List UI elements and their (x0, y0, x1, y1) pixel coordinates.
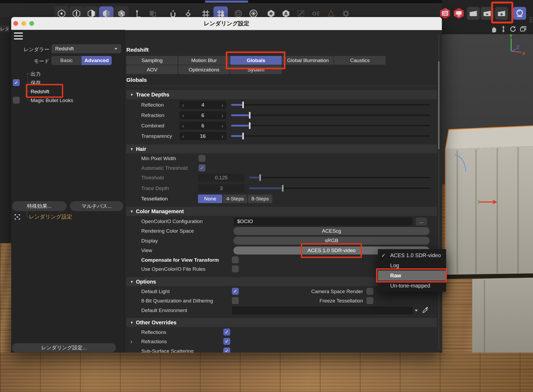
mode-toggle: Basic Advanced (51, 56, 112, 65)
refraction-slider[interactable] (231, 111, 430, 119)
ocio-input[interactable]: $OCIO (233, 217, 413, 225)
combined-label: Combined (141, 121, 164, 131)
svg-text:RV: RV (443, 12, 447, 15)
effects-button[interactable]: 特殊効果... (12, 201, 67, 211)
renderball-icon[interactable] (513, 7, 526, 20)
threshold-slider[interactable] (249, 173, 430, 182)
sss-checkbox[interactable]: ✓ (223, 347, 230, 353)
refraction-spinner[interactable]: ‹6› (179, 111, 226, 119)
render-clapperboard-icon[interactable] (467, 7, 480, 20)
tree-item-magic-bullet[interactable]: Magic Bullet Looks (31, 96, 73, 105)
chevron-down-icon[interactable] (415, 310, 418, 312)
tree-item-output[interactable]: 出力 (31, 70, 41, 78)
rendering-color-space-select[interactable]: ACEScg (233, 227, 430, 235)
hair-trace-depth-value[interactable]: 3 (198, 184, 245, 192)
ocio-browse-button[interactable]: ... (416, 217, 427, 225)
disclosure-icon: ▼ (130, 209, 134, 213)
tree-item-redshift[interactable]: Redshift (31, 87, 49, 96)
render-settings-icon[interactable] (495, 7, 508, 20)
default-light-checkbox[interactable]: ✓ (232, 288, 239, 295)
viewport-layout-icon[interactable] (519, 25, 528, 34)
mode-basic-button[interactable]: Basic (51, 56, 82, 65)
page-title: Globals (126, 77, 147, 83)
section-other-overrides[interactable]: ▼ Other Overrides (126, 318, 437, 327)
min-pixel-width-label: Min Pixel Width (141, 153, 176, 163)
automatic-threshold-label: Automatic Threshold (141, 163, 188, 173)
rendering-color-space-label: Rendering Color Space (141, 226, 194, 236)
hair-trace-depth-slider[interactable] (249, 184, 430, 192)
display-select[interactable]: sRGB (233, 237, 430, 245)
freeze-tessellation-checkbox[interactable]: ✓ (366, 297, 373, 304)
magic-bullet-checkbox[interactable]: ✓ (13, 97, 20, 104)
threshold-label: Threshold (141, 173, 164, 183)
render-settings-button[interactable]: レンダリング設定... (12, 343, 116, 352)
tessellation-8steps-button[interactable]: 8-Steps (248, 195, 272, 203)
min-pixel-width-checkbox[interactable]: ✓ (199, 155, 205, 162)
tab-globals[interactable]: Globals (230, 56, 282, 65)
transparency-slider[interactable] (231, 132, 430, 140)
dialog-titlebar[interactable]: レンダリング設定 (11, 17, 442, 30)
left-panel-tab[interactable]: レタ (0, 25, 10, 33)
axis-y-label: Y (510, 34, 512, 38)
quantization-checkbox[interactable]: ✓ (232, 297, 239, 304)
tree-item-save[interactable]: 保存 (31, 78, 41, 87)
file-rules-checkbox[interactable]: ✓ (232, 265, 239, 272)
increment-icon: › (221, 102, 223, 108)
section-color-management[interactable]: ▼ Color Management (126, 207, 437, 216)
compensate-checkbox[interactable]: ✓ (232, 256, 239, 263)
menu-item-untonemapped[interactable]: Un-tone-mapped (378, 281, 446, 291)
tab-optimizations[interactable]: Optimizations (178, 65, 230, 74)
eyedropper-icon[interactable] (422, 306, 430, 314)
scrollbar-thumb[interactable] (438, 61, 439, 149)
menu-item-aces[interactable]: ✓ ACES 1.0 SDR-video (378, 250, 446, 260)
multipass-button[interactable]: マルチパス... (70, 201, 123, 211)
pan-hand-icon[interactable] (489, 25, 498, 34)
transparency-spinner[interactable]: ‹16› (179, 132, 226, 140)
section-trace-depths[interactable]: ▼ Trace Depths (126, 90, 437, 99)
tree-item-render-settings[interactable]: レンダリング設定 (29, 213, 72, 220)
renderer-label: レンダラー (11, 46, 49, 53)
menu-hamburger-icon[interactable] (14, 33, 23, 39)
hair-trace-depth-label: Trace Depth (141, 183, 169, 193)
rotate-view-icon[interactable] (508, 25, 518, 34)
axis-gizmo: Y X Z (505, 34, 533, 59)
expand-icon[interactable] (14, 213, 21, 220)
tessellation-4steps-button[interactable]: 4-Steps (223, 195, 247, 203)
combined-slider[interactable] (231, 122, 430, 130)
cube-lower (472, 278, 533, 362)
tab-sampling[interactable]: Sampling (126, 56, 178, 65)
threshold-value[interactable]: 0.125 (198, 174, 245, 182)
render-play-icon[interactable] (481, 7, 494, 20)
reflections-label: Reflections (141, 327, 166, 337)
3d-viewport[interactable] (442, 34, 533, 392)
section-hair[interactable]: ▼ Hair (126, 144, 437, 153)
refraction-label: Refraction (141, 110, 164, 120)
render-view-icon[interactable] (453, 7, 465, 20)
tab-global-illumination[interactable]: Global Illumination (282, 56, 334, 65)
scrollbar[interactable] (438, 35, 439, 349)
tessellation-none-button[interactable]: None (198, 195, 222, 203)
renderer-select[interactable]: Redshift (51, 44, 121, 53)
reflection-slider[interactable] (231, 101, 430, 109)
refractions-checkbox[interactable]: ✓ (223, 338, 230, 345)
zoom-updown-icon[interactable] (499, 25, 508, 34)
camera-space-checkbox[interactable]: ✓ (366, 288, 373, 295)
combined-spinner[interactable]: ‹6› (179, 122, 226, 130)
tab-caustics[interactable]: Caustics (334, 56, 386, 65)
tab-aov[interactable]: AOV (126, 65, 178, 74)
tab-system[interactable]: System (230, 65, 282, 74)
chevron-down-icon (114, 48, 118, 50)
expander-icon[interactable]: › (130, 337, 132, 346)
menu-item-log[interactable]: Log (378, 260, 446, 270)
dialog-title: レンダリング設定 (11, 17, 442, 30)
reflections-checkbox[interactable]: ✓ (223, 329, 230, 336)
reflection-spinner[interactable]: ‹4› (179, 101, 226, 109)
save-checkbox[interactable]: ✓ (13, 79, 20, 86)
menu-item-raw[interactable]: Raw (378, 270, 446, 281)
automatic-threshold-checkbox[interactable]: ✓ (199, 164, 205, 171)
default-environment-input[interactable] (232, 306, 413, 314)
render-settings-dialog: レンダリング設定 レンダラー Redshift モード Basic Advanc… (11, 17, 442, 353)
default-light-label: Default Light (141, 286, 170, 296)
mode-advanced-button[interactable]: Advanced (82, 56, 112, 65)
tab-motion-blur[interactable]: Motion Blur (178, 56, 230, 65)
